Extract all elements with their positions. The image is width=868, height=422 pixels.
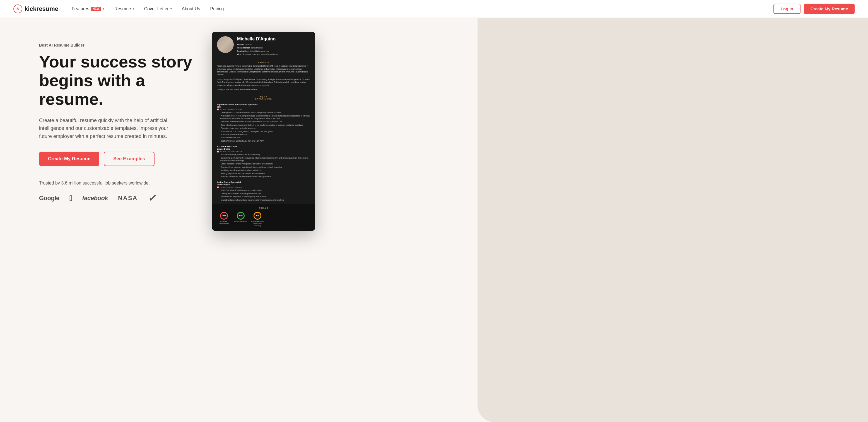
bullet: 2017 NA Conversion Rate10.4% xyxy=(220,133,310,136)
bullet: Partnered and negotiated of special pric… xyxy=(220,195,310,198)
skills-label: SKILLS xyxy=(217,207,310,209)
job-1-company: IBM xyxy=(217,106,310,108)
facebook-logo: facebook xyxy=(82,195,108,202)
login-button[interactable]: Log In xyxy=(773,4,801,14)
bullet: 2017 New NA YTY 24.4% growth, including … xyxy=(220,130,310,133)
bullet: 2016 NA Signings Quota of 2.2M TCV and 1… xyxy=(220,140,310,142)
hero-description: Create a beautiful resume quickly with t… xyxy=(39,117,179,140)
google-logo: Google xyxy=(39,195,59,202)
bullet: Holding negotiations with key retailers … xyxy=(220,172,310,175)
nav-actions: Log In Create My Resume xyxy=(773,4,855,14)
resume-photo-inner xyxy=(217,36,234,53)
nike-logo: ✓ xyxy=(148,192,156,204)
hero-buttons: Create My Resume See Examples xyxy=(39,152,195,166)
bullet: Focused in storage, virtualization and n… xyxy=(220,153,310,156)
bullet: Generated new customer base through dire… xyxy=(220,166,310,169)
nav-cover-letter-label: Cover Letter xyxy=(144,6,169,11)
hero-title: Your success story begins with a resume. xyxy=(39,53,195,109)
job-1-date: 📅 10/2015 – present ⊙ AUSTIN xyxy=(217,108,310,110)
nav-features[interactable]: Features NEW ▾ xyxy=(67,4,109,14)
nav-pricing[interactable]: Pricing xyxy=(206,4,228,14)
bullet: Marketing plan development and implement… xyxy=(220,199,310,201)
job-3-company: Unique Digital xyxy=(217,184,310,186)
resume-preview: Michelle D'Aquino Address: 909999 Phone … xyxy=(212,32,315,231)
nav-cover-letter[interactable]: Cover Letter ▾ xyxy=(140,4,176,14)
job-2-company: Unique Digital xyxy=(217,148,310,150)
bullet: Developing and fostering strong business… xyxy=(220,157,310,162)
bullet: Ensure the timely and successful deliver… xyxy=(220,124,310,127)
cover-letter-chevron-icon: ▾ xyxy=(170,7,172,10)
calendar-icon: 📅 xyxy=(217,151,219,153)
bullet: Developed and closed new business, while… xyxy=(220,111,310,114)
bullet: Presented and demonstrated process impro… xyxy=(220,121,310,123)
skill-3-circle: 65 xyxy=(253,212,261,220)
bullet: Create solutions demand through sales ca… xyxy=(220,162,310,165)
skills-list: 100 Customer Relationships 100 Closing B… xyxy=(217,212,310,227)
job-1-title: Digital Business Automation Specialist xyxy=(217,103,310,106)
bullet: Identifying up-sell opportunities with c… xyxy=(220,169,310,172)
skill-3-label: Presentation and professional speaking xyxy=(250,221,265,227)
job-3-bullets: Inside Sales from leads to conversion an… xyxy=(217,189,310,201)
nasa-logo: NASA xyxy=(118,195,137,202)
resume-photo xyxy=(217,36,234,53)
profile-text-2: I am currently in the IBM Hybrid Cloud S… xyxy=(217,78,310,87)
nav-resume-label: Resume xyxy=(114,6,131,11)
job-2-bullets: Focused in storage, virtualization and n… xyxy=(217,153,310,178)
skill-2-circle: 100 xyxy=(237,212,245,220)
resume-phone: Phone number: contact hidden xyxy=(237,46,310,49)
resume-profile-section: Passionate, customer-focused leader with… xyxy=(217,65,310,91)
nav-about-us[interactable]: About Us xyxy=(177,4,205,14)
logo-text: kickresume xyxy=(25,5,58,12)
profile-section-label: PROFILE xyxy=(212,60,315,65)
features-chevron-icon: ▾ xyxy=(103,7,104,10)
resume-body: Passionate, customer-focused leader with… xyxy=(212,65,315,201)
create-resume-button[interactable]: Create My Resume xyxy=(39,152,99,166)
job-2-title: Account Executive xyxy=(217,145,310,148)
skill-2-label: Closing Business xyxy=(234,221,247,223)
create-resume-nav-button[interactable]: Create My Resume xyxy=(804,4,855,14)
job-3: Inside Sales Specialist Unique Digital 📅… xyxy=(217,181,310,201)
work-experience-label: WORKEXPERIENCE xyxy=(212,94,315,101)
bullet: A successful track-record using knowledg… xyxy=(220,115,310,121)
resume-address: Address: 909999 xyxy=(237,43,310,46)
bullet: Attended trade shows for client interact… xyxy=(220,175,310,178)
skill-2: 100 Closing Business xyxy=(234,212,247,227)
calendar-icon: 📅 xyxy=(217,108,219,110)
logo[interactable]: & kickresume xyxy=(13,4,58,13)
hero-content: Best AI Resume Builder Your success stor… xyxy=(39,35,195,204)
bg-decoration xyxy=(477,18,868,422)
job-2-date: 📅 11/2014 – 10/2015 ⊙ AUSTIN xyxy=(217,151,310,153)
resume-name-block: Michelle D'Aquino Address: 909999 Phone … xyxy=(237,36,310,56)
nav-resume[interactable]: Resume ▾ xyxy=(110,4,138,14)
skill-1-circle: 100 xyxy=(220,212,228,220)
profile-text-1: Passionate, customer-focused leader with… xyxy=(217,65,310,76)
job-1: Digital Business Automation Specialist I… xyxy=(217,103,310,142)
nav-about-us-label: About Us xyxy=(182,6,200,11)
see-examples-button[interactable]: See Examples xyxy=(104,152,155,166)
skill-3: 65 Presentation and professional speakin… xyxy=(250,212,265,227)
bullet: Providing regular sales and activity rep… xyxy=(220,127,310,130)
nav-features-label: Features xyxy=(72,6,89,11)
bullet: Directly responsible for managing quotes… xyxy=(220,192,310,195)
resume-email: Email address: hello@kickresume.com xyxy=(237,50,310,53)
job-1-bullets: Developed and closed new business, while… xyxy=(217,111,310,142)
nav-pricing-label: Pricing xyxy=(210,6,224,11)
resume-name: Michelle D'Aquino xyxy=(237,36,310,41)
bullet: Inside Sales from leads to conversion an… xyxy=(220,189,310,192)
bullet: 2016 Renewal rate 85% xyxy=(220,136,310,139)
job-2: Account Executive Unique Digital 📅 11/20… xyxy=(217,145,310,178)
calendar-icon: 📅 xyxy=(217,186,219,188)
job-3-title: Inside Sales Specialist xyxy=(217,181,310,184)
apple-logo:  xyxy=(69,194,72,203)
features-badge: NEW xyxy=(91,7,101,11)
profile-text-3: Looking to take on a role as an Account … xyxy=(217,88,310,91)
trust-text: Trusted by 3.6 million successful job se… xyxy=(39,181,195,186)
nav-links: Features NEW ▾ Resume ▾ Cover Letter ▾ A… xyxy=(67,4,773,14)
trust-logos: Google  facebook NASA ✓ xyxy=(39,192,195,204)
resume-skills: SKILLS 100 Customer Relationships 100 Cl… xyxy=(212,204,315,231)
job-3-date: 📅 08/2013 – 01/2015 ⊙ AUSTIN xyxy=(217,186,310,188)
resume-header: Michelle D'Aquino Address: 909999 Phone … xyxy=(212,32,315,60)
resume-web: Web: https://www.kickresume.com/cv/mary-… xyxy=(237,53,310,56)
hero-label: Best AI Resume Builder xyxy=(39,43,195,47)
skill-1: 100 Customer Relationships xyxy=(217,212,231,227)
